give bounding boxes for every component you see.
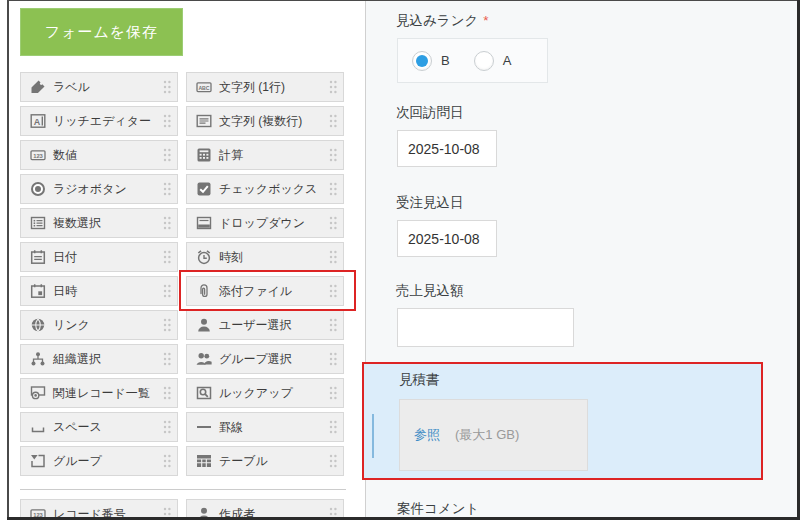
drag-dots-icon xyxy=(328,453,338,469)
palette-item-table[interactable]: テーブル xyxy=(186,446,344,476)
drag-dots-icon xyxy=(328,351,338,367)
users-icon xyxy=(195,351,212,368)
palette-item-text-single-line[interactable]: ABC文字列 (1行) xyxy=(186,72,344,102)
related-records-icon xyxy=(29,385,46,402)
multi-select-icon xyxy=(29,215,46,232)
palette-item-space[interactable]: スペース xyxy=(20,412,178,442)
file-size-hint: (最大1 GB) xyxy=(455,426,519,444)
rich-editor-icon: A xyxy=(29,113,46,130)
palette-item-datetime[interactable]: 日時 xyxy=(20,276,178,306)
globe-icon xyxy=(29,317,46,334)
palette-item-calculation[interactable]: 計算 xyxy=(186,140,344,170)
drag-dots-icon xyxy=(328,147,338,163)
palette-item-label[interactable]: ラベル xyxy=(20,72,178,102)
required-asterisk: * xyxy=(483,13,488,28)
calendar-icon xyxy=(29,249,46,266)
quotation-field-section: 見積書 参照 (最大1 GB) xyxy=(362,362,763,480)
palette-item-user-select[interactable]: ユーザー選択 xyxy=(186,310,344,340)
drag-dots-icon xyxy=(328,113,338,129)
horizontal-line-icon xyxy=(195,419,212,436)
drag-dots-icon xyxy=(162,181,172,197)
svg-text:A: A xyxy=(33,117,40,127)
svg-text:123: 123 xyxy=(33,153,43,159)
text-single-line-icon: ABC xyxy=(195,79,212,96)
drag-dots-icon xyxy=(162,283,172,299)
radio-selected-icon[interactable] xyxy=(412,51,432,71)
drag-dots-icon xyxy=(328,385,338,401)
field-label-quotation: 見積書 xyxy=(399,371,440,389)
checkbox-icon xyxy=(195,181,212,198)
field-label-rank: 見込みランク* xyxy=(396,12,489,30)
browse-link[interactable]: 参照 xyxy=(414,426,440,444)
drag-dots-icon xyxy=(162,385,172,401)
rank-radio-group: BA xyxy=(397,38,548,83)
rank-label-text: 見込みランク xyxy=(396,13,478,28)
field-label-next-visit-date: 次回訪問日 xyxy=(396,104,464,122)
org-chart-icon xyxy=(29,351,46,368)
palette-item-number[interactable]: 123数値 xyxy=(20,140,178,170)
rank-option-B[interactable]: B xyxy=(412,51,450,71)
palette-item-date[interactable]: 日付 xyxy=(20,242,178,272)
palette-item-group-select[interactable]: グループ選択 xyxy=(186,344,344,374)
palette-item-attachment[interactable]: 添付ファイル xyxy=(186,276,344,306)
screenshot-frame-left xyxy=(7,0,9,520)
radio-unselected-icon[interactable] xyxy=(474,51,494,71)
drag-dots-icon xyxy=(162,249,172,265)
file-upload-box: 参照 (最大1 GB) xyxy=(399,399,588,471)
expected-order-date-input[interactable]: 2025-10-08 xyxy=(397,220,497,257)
drag-handle[interactable] xyxy=(372,414,379,436)
drag-dots-icon xyxy=(162,317,172,333)
palette-item-radio-button[interactable]: ラジオボタン xyxy=(20,174,178,204)
user-icon xyxy=(195,317,212,334)
palette-item-multi-select[interactable]: 複数選択 xyxy=(20,208,178,238)
drag-dots-icon xyxy=(162,113,172,129)
next-visit-date-input[interactable]: 2025-10-08 xyxy=(397,130,497,167)
screenshot-frame-top xyxy=(7,0,800,1)
sales-amount-input[interactable] xyxy=(397,308,574,347)
drag-dots-icon xyxy=(162,351,172,367)
calendar-datetime-icon xyxy=(29,283,46,300)
drag-dots-icon xyxy=(328,419,338,435)
paperclip-icon xyxy=(195,283,212,300)
number-icon: 123 xyxy=(29,147,46,164)
palette-item-checkbox[interactable]: チェックボックス xyxy=(186,174,344,204)
drag-dots-icon xyxy=(162,79,172,95)
drag-dots-icon xyxy=(162,215,172,231)
palette-item-org-select[interactable]: 組織選択 xyxy=(20,344,178,374)
palette-divider xyxy=(20,489,346,490)
group-box-icon xyxy=(29,453,46,470)
drag-dots-icon xyxy=(328,215,338,231)
save-form-button[interactable]: フォームを保存 xyxy=(20,8,183,56)
palette-item-group[interactable]: グループ xyxy=(20,446,178,476)
dropdown-icon xyxy=(195,215,212,232)
palette-item-text-multi-line[interactable]: 文字列 (複数行) xyxy=(186,106,344,136)
drag-dots-icon xyxy=(162,147,172,163)
space-icon xyxy=(29,419,46,436)
palette-item-rich-editor[interactable]: Aリッチエディター xyxy=(20,106,178,136)
drag-dots-icon xyxy=(328,317,338,333)
drag-dots-icon xyxy=(162,419,172,435)
calculator-icon xyxy=(195,147,212,164)
drag-dots-icon xyxy=(162,453,172,469)
field-label-sales-amount: 売上見込額 xyxy=(396,282,464,300)
drag-dots-icon xyxy=(328,283,338,299)
field-label-comment: 案件コメント xyxy=(397,500,479,518)
palette-item-border-line[interactable]: 罫線 xyxy=(186,412,344,442)
drag-dots-icon xyxy=(328,249,338,265)
svg-text:ABC: ABC xyxy=(198,85,209,91)
table-icon xyxy=(195,453,212,470)
radio-button-icon xyxy=(29,181,46,198)
palette-item-time[interactable]: 時刻 xyxy=(186,242,344,272)
palette-item-link[interactable]: リンク xyxy=(20,310,178,340)
palette-item-related-records[interactable]: 関連レコード一覧 xyxy=(20,378,178,408)
tag-icon xyxy=(29,79,46,96)
text-multi-line-icon xyxy=(195,113,212,130)
palette-item-dropdown[interactable]: ドロップダウン xyxy=(186,208,344,238)
drag-dots-icon xyxy=(328,79,338,95)
rank-option-A[interactable]: A xyxy=(474,51,512,71)
palette-item-lookup[interactable]: ルックアップ xyxy=(186,378,344,408)
lookup-icon xyxy=(195,385,212,402)
clock-icon xyxy=(195,249,212,266)
drag-dots-icon xyxy=(328,181,338,197)
field-label-expected-order-date: 受注見込日 xyxy=(396,194,464,212)
